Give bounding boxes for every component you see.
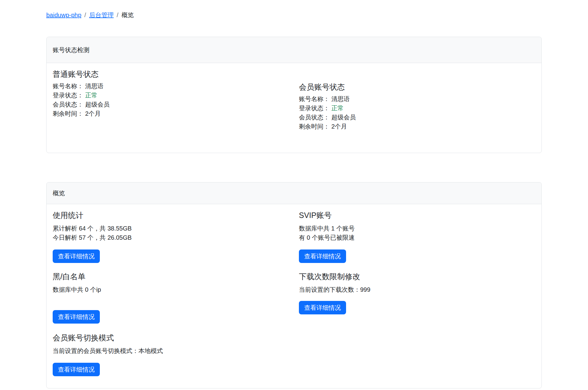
status-row-login-status: 登录状态：正常 (53, 91, 294, 100)
usage-total-line: 累计解析 64 个，共 38.55GB (53, 224, 294, 233)
status-label: 会员状态： (299, 114, 330, 121)
overview-row-1: 使用统计 累计解析 64 个，共 38.55GB 今日解析 57 个，共 26.… (53, 210, 535, 263)
account-status-card: 账号状态检测 普通账号状态 账号名称：清思语 登录状态：正常 会员状态：超级会员… (46, 37, 542, 153)
section-blacklist: 黑/白名单 数据库中共 0 个ip 查看详细情况 (53, 272, 294, 324)
status-value-success: 正常 (331, 105, 344, 111)
status-label: 登录状态： (299, 105, 330, 111)
vip-account-section: 会员账号状态 账号名称：清思语 登录状态：正常 会员状态：超级会员 剩余时间：2… (294, 82, 535, 131)
download-limit-heading: 下载次数限制修改 (299, 272, 535, 281)
status-value-success: 正常 (85, 92, 97, 99)
breadcrumb-separator: / (85, 10, 86, 20)
status-row-remaining-time: 剩余时间：2个月 (299, 122, 535, 131)
status-row-remaining-time: 剩余时间：2个月 (53, 109, 294, 118)
overview-row-3: 会员账号切换模式 当前设置的会员账号切换模式：本地模式 查看详细情况 (53, 330, 535, 376)
breadcrumb-link-admin[interactable]: 后台管理 (89, 10, 114, 20)
download-limit-line: 当前设置的下载次数：999 (299, 285, 535, 294)
switch-mode-line: 当前设置的会员账号切换模式：本地模式 (53, 346, 294, 355)
overview-card: 概览 使用统计 累计解析 64 个，共 38.55GB 今日解析 57 个，共 … (46, 182, 542, 388)
overview-card-body: 使用统计 累计解析 64 个，共 38.55GB 今日解析 57 个，共 26.… (47, 204, 541, 388)
overview-row-2: 黑/白名单 数据库中共 0 个ip 查看详细情况 下载次数限制修改 当前设置的下… (53, 272, 535, 324)
usage-heading: 使用统计 (53, 210, 294, 220)
breadcrumb: baiduwp-php / 后台管理 / 概览 (46, 10, 542, 20)
svip-detail-button[interactable]: 查看详细情况 (299, 249, 346, 263)
section-usage: 使用统计 累计解析 64 个，共 38.55GB 今日解析 57 个，共 26.… (53, 210, 294, 263)
account-status-card-title: 账号状态检测 (53, 47, 89, 53)
normal-account-heading: 普通账号状态 (53, 69, 294, 79)
breadcrumb-separator: / (117, 10, 119, 20)
status-label: 剩余时间： (299, 123, 330, 130)
svip-count-line: 数据库中共 1 个账号 (299, 224, 535, 233)
blacklist-heading: 黑/白名单 (53, 272, 294, 281)
account-status-card-header: 账号状态检测 (47, 37, 541, 63)
status-value: 超级会员 (85, 101, 110, 108)
usage-today-line: 今日解析 57 个，共 26.05GB (53, 233, 294, 242)
empty-column (294, 330, 535, 376)
account-status-card-body: 普通账号状态 账号名称：清思语 登录状态：正常 会员状态：超级会员 剩余时间：2… (47, 63, 541, 153)
status-label: 登录状态： (53, 92, 83, 99)
status-label: 账号名称： (53, 83, 83, 89)
status-label: 会员状态： (53, 101, 83, 108)
section-svip: SVIP账号 数据库中共 1 个账号 有 0 个账号已被限速 查看详细情况 (294, 210, 535, 263)
status-value: 清思语 (85, 83, 104, 89)
status-row-login-status: 登录状态：正常 (299, 103, 535, 113)
switch-mode-heading: 会员账号切换模式 (53, 333, 294, 343)
status-value: 超级会员 (331, 114, 356, 121)
download-limit-detail-button[interactable]: 查看详细情况 (299, 301, 346, 314)
section-switch-mode: 会员账号切换模式 当前设置的会员账号切换模式：本地模式 查看详细情况 (53, 330, 294, 376)
status-row-account-name: 账号名称：清思语 (53, 81, 294, 91)
overview-card-title: 概览 (53, 190, 65, 197)
vip-account-heading: 会员账号状态 (299, 82, 535, 92)
status-row-vip-status: 会员状态：超级会员 (53, 100, 294, 109)
admin-overview-page: baiduwp-php / 后台管理 / 概览 账号状态检测 普通账号状态 账号… (46, 10, 542, 390)
section-download-limit: 下载次数限制修改 当前设置的下载次数：999 查看详细情况 (294, 272, 535, 324)
overview-card-header: 概览 (47, 182, 541, 204)
status-value: 2个月 (331, 123, 347, 130)
status-row-account-name: 账号名称：清思语 (299, 94, 535, 103)
status-value: 清思语 (331, 96, 350, 102)
status-label: 剩余时间： (53, 110, 83, 117)
switch-mode-detail-button[interactable]: 查看详细情况 (53, 363, 100, 376)
blacklist-count-line: 数据库中共 0 个ip (53, 285, 294, 294)
usage-detail-button[interactable]: 查看详细情况 (53, 249, 100, 263)
status-label: 账号名称： (299, 96, 330, 102)
svip-heading: SVIP账号 (299, 210, 535, 220)
status-row-vip-status: 会员状态：超级会员 (299, 113, 535, 122)
breadcrumb-link-baiduwp-php[interactable]: baiduwp-php (46, 10, 81, 20)
normal-account-section: 普通账号状态 账号名称：清思语 登录状态：正常 会员状态：超级会员 剩余时间：2… (53, 69, 294, 131)
breadcrumb-current-page: 概览 (122, 10, 134, 20)
svip-limited-line: 有 0 个账号已被限速 (299, 233, 535, 242)
blacklist-detail-button[interactable]: 查看详细情况 (53, 310, 100, 324)
status-value: 2个月 (85, 110, 101, 117)
